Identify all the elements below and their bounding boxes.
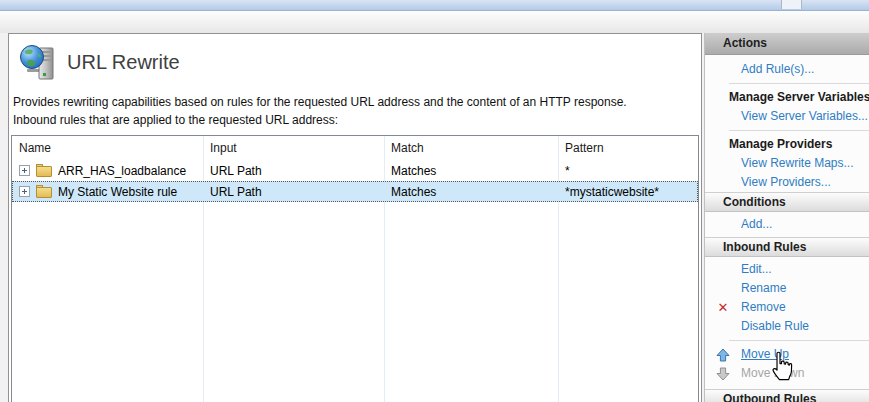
rule-pattern: * <box>558 164 698 178</box>
table-row-my-static-website-rule[interactable]: My Static Website rule URL Path Matches … <box>12 181 698 202</box>
expand-icon[interactable] <box>19 186 30 197</box>
expand-icon[interactable] <box>19 165 30 176</box>
toolbar-strip <box>0 11 869 33</box>
table-row-arr-has-loadbalance[interactable]: ARR_HAS_loadbalance URL Path Matches * <box>12 160 698 181</box>
rule-name: My Static Website rule <box>58 185 177 199</box>
window-edge-notch <box>781 0 802 9</box>
disable-rule-link[interactable]: Disable Rule <box>741 319 809 333</box>
view-rewrite-maps-link[interactable]: View Rewrite Maps... <box>741 156 853 170</box>
move-down-link: Move Down <box>741 366 804 380</box>
view-providers-link[interactable]: View Providers... <box>741 175 831 189</box>
conditions-section-header[interactable]: Conditions <box>705 192 869 212</box>
column-header-match[interactable]: Match <box>384 136 558 160</box>
rule-input: URL Path <box>203 164 384 178</box>
rule-match: Matches <box>384 164 558 178</box>
column-header-name[interactable]: Name <box>12 136 203 160</box>
url-rewrite-icon <box>19 42 61 84</box>
divider <box>729 130 869 131</box>
outbound-rules-section-header[interactable]: Outbound Rules <box>705 389 869 402</box>
inbound-rules-table: Name Input Match Pattern ARR_HAS_loadbal… <box>11 135 699 402</box>
folder-icon <box>36 164 53 177</box>
move-down-icon <box>716 367 730 381</box>
table-header-row: Name Input Match Pattern <box>12 136 698 160</box>
inbound-rules-section-header[interactable]: Inbound Rules <box>705 237 869 257</box>
remove-icon: ✕ <box>716 301 730 315</box>
inbound-rules-caption: Inbound rules that are applied to the re… <box>13 113 338 127</box>
manage-server-variables-heading: Manage Server Variables <box>705 88 869 107</box>
divider <box>729 340 869 341</box>
feature-description: Provides rewriting capabilities based on… <box>13 95 627 109</box>
conditions-add-link[interactable]: Add... <box>741 217 772 231</box>
rule-input: URL Path <box>203 185 384 199</box>
rule-match: Matches <box>384 185 558 199</box>
url-rewrite-feature-panel: URL Rewrite Provides rewriting capabilit… <box>8 33 702 402</box>
actions-pane-title: Actions <box>705 33 869 55</box>
view-server-variables-link[interactable]: View Server Variables... <box>741 109 868 123</box>
rule-name: ARR_HAS_loadbalance <box>58 164 186 178</box>
divider <box>729 83 869 84</box>
folder-icon <box>36 185 53 198</box>
actions-pane: Actions Add Rule(s)... Manage Server Var… <box>704 33 869 402</box>
move-up-icon <box>716 348 730 362</box>
column-header-pattern[interactable]: Pattern <box>558 136 698 160</box>
rule-pattern: *mystaticwebsite* <box>558 185 698 199</box>
page-title: URL Rewrite <box>67 51 180 74</box>
add-rules-link[interactable]: Add Rule(s)... <box>741 62 814 76</box>
column-header-input[interactable]: Input <box>203 136 384 160</box>
remove-link[interactable]: Remove <box>741 300 786 314</box>
rename-link[interactable]: Rename <box>741 281 786 295</box>
window-top-bar <box>0 0 869 11</box>
manage-providers-heading: Manage Providers <box>705 135 869 154</box>
move-up-link[interactable]: Move Up <box>741 347 789 361</box>
edit-link[interactable]: Edit... <box>741 262 772 276</box>
